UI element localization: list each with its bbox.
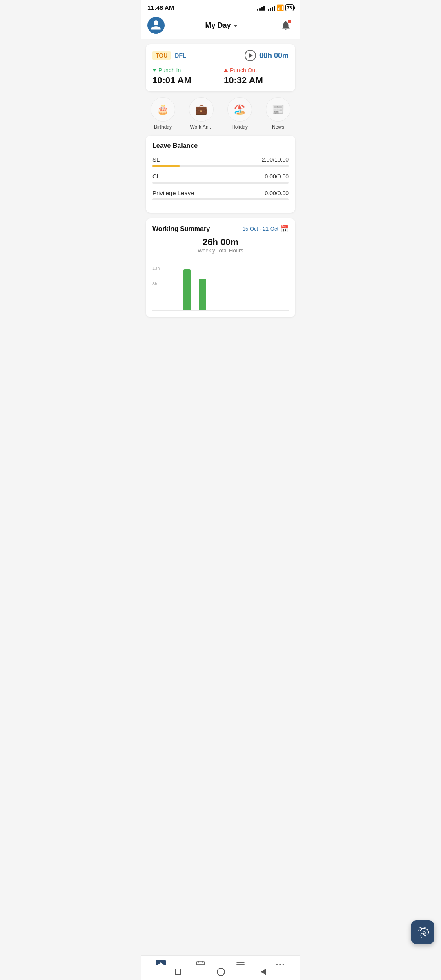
leave-val-privilege: 0.00/0.00 bbox=[265, 190, 289, 196]
work-anniversary-label: Work An... bbox=[190, 124, 212, 130]
status-bar: 11:48 AM 📶 73 bbox=[141, 0, 300, 13]
total-hours-label: Weekly Total Hours bbox=[152, 247, 289, 254]
leave-progress-cl bbox=[152, 182, 289, 184]
timer-section: 00h 00m bbox=[245, 50, 289, 61]
leave-cl-header: CL 0.00/0.00 bbox=[152, 173, 289, 180]
notification-dot bbox=[288, 20, 291, 23]
bar-fri bbox=[242, 258, 257, 310]
total-hours-section: 26h 00m Weekly Total Hours bbox=[152, 237, 289, 254]
summary-date-range[interactable]: 15 Oct - 21 Oct 📅 bbox=[243, 225, 289, 233]
bar-chart: 13h 8h bbox=[152, 258, 289, 311]
punch-in-time: 10:01 AM bbox=[152, 75, 217, 86]
app-header: My Day bbox=[141, 13, 300, 39]
battery-icon: 73 bbox=[285, 4, 294, 11]
main-content: TOU DFL 00h 00m Punch In 10:01 AM bbox=[141, 39, 300, 356]
summary-header: Working Summary 15 Oct - 21 Oct 📅 bbox=[152, 225, 289, 233]
grid-line-8h: 8h bbox=[152, 285, 289, 285]
leave-type-privilege: Privilege Leave bbox=[152, 189, 194, 196]
punch-in-label-row: Punch In bbox=[152, 67, 217, 74]
grid-line-13h: 13h bbox=[152, 269, 289, 270]
leave-fill-sl bbox=[152, 165, 180, 167]
bar-mon bbox=[179, 258, 195, 310]
dropdown-arrow-icon bbox=[234, 24, 238, 27]
play-button[interactable] bbox=[245, 50, 256, 61]
leave-progress-privilege bbox=[152, 198, 289, 200]
punch-out-arrow-icon bbox=[224, 69, 228, 72]
badge-tou: TOU bbox=[152, 51, 171, 60]
punch-out-item: Punch Out 10:32 AM bbox=[224, 67, 289, 86]
punch-in-label: Punch In bbox=[158, 67, 181, 74]
leave-val-sl: 2.00/10.00 bbox=[262, 156, 289, 163]
news-label: News bbox=[272, 124, 284, 130]
avatar[interactable] bbox=[147, 17, 165, 34]
summary-title: Working Summary bbox=[152, 225, 210, 233]
status-icons: 📶 73 bbox=[257, 4, 294, 11]
wifi-icon: 📶 bbox=[277, 4, 284, 11]
bar-wed bbox=[211, 258, 226, 310]
leave-val-cl: 0.00/0.00 bbox=[265, 173, 289, 180]
birthday-icon: 🎂 bbox=[151, 97, 175, 122]
leave-row-privilege: Privilege Leave 0.00/0.00 bbox=[152, 189, 289, 200]
holiday-label: Holiday bbox=[232, 124, 248, 130]
user-icon bbox=[150, 20, 162, 31]
working-summary-card: Working Summary 15 Oct - 21 Oct 📅 26h 00… bbox=[146, 218, 295, 317]
grid-label-13h: 13h bbox=[152, 266, 160, 271]
page-title: My Day bbox=[205, 21, 231, 30]
grid-label-8h: 8h bbox=[152, 281, 157, 286]
punch-out-label-row: Punch Out bbox=[224, 67, 289, 74]
quick-icons-row: 🎂 Birthday 💼 Work An... 🏖️ Holiday 📰 New… bbox=[146, 97, 295, 130]
punch-out-label: Punch Out bbox=[230, 67, 257, 74]
bar-tue bbox=[195, 258, 210, 310]
leave-progress-sl bbox=[152, 165, 289, 167]
punch-badges: TOU DFL bbox=[152, 51, 186, 60]
date-range-text: 15 Oct - 21 Oct bbox=[243, 226, 278, 232]
quick-icon-news[interactable]: 📰 News bbox=[261, 97, 295, 130]
badge-dfl: DFL bbox=[175, 52, 186, 59]
punch-in-arrow-icon bbox=[152, 69, 156, 72]
leave-balance-card: Leave Balance SL 2.00/10.00 CL 0.00/0.00… bbox=[146, 136, 295, 213]
work-anniversary-icon: 💼 bbox=[189, 97, 214, 122]
leave-balance-title: Leave Balance bbox=[152, 142, 289, 149]
total-hours-value: 26h 00m bbox=[152, 237, 289, 247]
quick-icon-work-anniversary[interactable]: 💼 Work An... bbox=[184, 97, 218, 130]
punch-out-time: 10:32 AM bbox=[224, 75, 289, 86]
leave-type-sl: SL bbox=[152, 156, 160, 163]
calendar-icon: 📅 bbox=[281, 225, 289, 233]
play-icon bbox=[249, 53, 253, 58]
birthday-label: Birthday bbox=[154, 124, 172, 130]
signal-icon-2 bbox=[268, 5, 275, 11]
news-icon: 📰 bbox=[266, 97, 290, 122]
quick-icon-holiday[interactable]: 🏖️ Holiday bbox=[223, 97, 257, 130]
bar-sat bbox=[257, 258, 273, 310]
timer-display: 00h 00m bbox=[259, 51, 289, 60]
bar-mon-fill bbox=[183, 270, 191, 310]
bar-thu bbox=[226, 258, 242, 310]
leave-privilege-header: Privilege Leave 0.00/0.00 bbox=[152, 189, 289, 196]
signal-icon-1 bbox=[257, 5, 265, 11]
leave-type-cl: CL bbox=[152, 173, 160, 180]
holiday-icon: 🏖️ bbox=[227, 97, 252, 122]
quick-icon-birthday[interactable]: 🎂 Birthday bbox=[146, 97, 180, 130]
header-title-container[interactable]: My Day bbox=[205, 21, 237, 30]
bar-sun bbox=[273, 258, 289, 310]
leave-row-cl: CL 0.00/0.00 bbox=[152, 173, 289, 184]
punch-in-item: Punch In 10:01 AM bbox=[152, 67, 217, 86]
punch-top: TOU DFL 00h 00m bbox=[152, 50, 289, 61]
leave-sl-header: SL 2.00/10.00 bbox=[152, 156, 289, 163]
leave-row-sl: SL 2.00/10.00 bbox=[152, 156, 289, 167]
punch-card: TOU DFL 00h 00m Punch In 10:01 AM bbox=[146, 44, 295, 91]
notification-button[interactable] bbox=[278, 18, 294, 33]
status-time: 11:48 AM bbox=[147, 4, 174, 11]
bar-tue-fill bbox=[199, 279, 206, 310]
punch-times: Punch In 10:01 AM Punch Out 10:32 AM bbox=[152, 67, 289, 86]
